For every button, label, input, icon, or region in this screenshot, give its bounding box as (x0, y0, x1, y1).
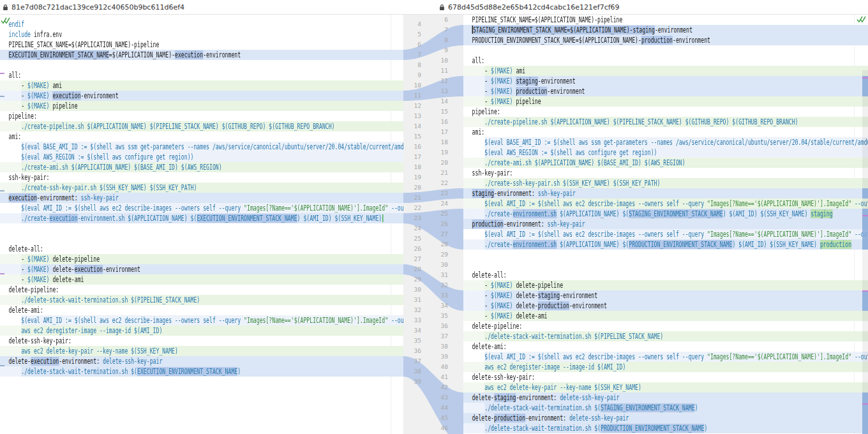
code-line[interactable]: ./delete-stack-wait-termination.sh $(PRO… (463, 423, 868, 433)
code-line[interactable]: all: (0, 70, 403, 80)
code-text: all: (0, 70, 403, 80)
code-line[interactable]: staging-environment: ssh-key-pair (463, 188, 868, 198)
code-token: "Images[?Name=='$(APPLICATION_NAME)'].Im… (707, 352, 851, 361)
code-line[interactable]: $(eval AMI_ID := $(shell aws ec2 describ… (463, 198, 868, 209)
code-line[interactable]: PIPELINE_STACK_NAME=$(APPLICATION_NAME)-… (463, 15, 868, 25)
code-line[interactable]: ./delete-stack-wait-termination.sh $(EXE… (0, 366, 403, 377)
line-number: 7 (403, 50, 421, 60)
code-line[interactable]: ./create-pipeline.sh $(APPLICATION_NAME)… (0, 121, 403, 131)
double-check-icon[interactable] (857, 15, 866, 24)
code-line[interactable]: delete-pipeline: (0, 285, 403, 295)
code-line[interactable]: delete-all: (463, 270, 868, 280)
left-diff-pane[interactable]: endifinclude infra.envPIPELINE_STACK_NAM… (0, 15, 403, 434)
code-line[interactable]: - $(MAKE) ami (0, 80, 403, 91)
code-text: - $(MAKE) delete-ami (463, 311, 868, 321)
code-token: -environment (569, 301, 607, 310)
code-token: - (472, 97, 491, 106)
code-line[interactable]: $(eval BASE_AMI_ID := $(shell aws ssm ge… (0, 142, 403, 152)
line-number: 32 (403, 305, 421, 315)
code-line[interactable]: - $(MAKE) delete-pipeline (0, 254, 403, 264)
code-line[interactable] (463, 45, 868, 56)
code-line[interactable]: delete-execution-environment: delete-ssh… (0, 356, 403, 366)
code-line[interactable]: - $(MAKE) delete-execution-environment (0, 264, 403, 274)
code-line[interactable]: ./create-ami.sh $(APPLICATION_NAME) $(BA… (463, 158, 868, 168)
code-line[interactable]: pipeline: (0, 111, 403, 121)
code-line[interactable]: - $(MAKE) delete-staging-environment (463, 290, 868, 301)
code-line[interactable]: - $(MAKE) pipeline (463, 96, 868, 107)
code-line[interactable]: $(eval AWS_REGION := $(shell aws configu… (463, 147, 868, 158)
word-diff-highlight: EXECUTION_ENVIRONMENT_STACK_NAME (197, 214, 297, 223)
code-line[interactable]: pipeline: (463, 107, 868, 117)
code-line[interactable]: - $(MAKE) delete-ami (463, 311, 868, 321)
code-line[interactable]: ./create-ssh-key-pair.sh $(SSH_KEY_NAME)… (0, 183, 403, 193)
code-line[interactable] (0, 377, 403, 387)
code-line[interactable]: $(eval AMI_ID := $(shell aws ec2 describ… (0, 315, 403, 326)
code-line[interactable] (0, 223, 403, 234)
code-line[interactable]: $(eval AMI_ID := $(shell aws ec2 describ… (0, 203, 403, 213)
code-line[interactable]: - $(MAKE) staging-environment (463, 76, 868, 86)
code-line[interactable]: delete-ssh-key-pair: (463, 372, 868, 382)
code-line[interactable]: delete-staging-environment: delete-ssh-k… (463, 393, 868, 403)
code-line[interactable]: $(eval AMI_ID := $(shell aws ec2 describ… (463, 352, 868, 362)
code-line[interactable]: ./create-ami.sh $(APPLICATION_NAME) $(BA… (0, 162, 403, 172)
code-text: ./delete-stack-wait-termination.sh $(EXE… (0, 366, 403, 377)
code-line[interactable]: all: (463, 56, 868, 66)
code-line[interactable] (0, 234, 403, 244)
code-line[interactable]: ssh-key-pair: (463, 168, 868, 178)
code-line[interactable]: - $(MAKE) delete-pipeline (463, 280, 868, 290)
code-token: $(MAKE) (491, 77, 513, 86)
code-line[interactable]: delete-ami: (0, 305, 403, 315)
code-line[interactable]: - $(MAKE) pipeline (0, 101, 403, 111)
code-line[interactable]: PIPELINE_STACK_NAME=$(APPLICATION_NAME)-… (0, 40, 403, 50)
code-line[interactable]: - $(MAKE) delete-production-environment (463, 301, 868, 311)
code-line[interactable]: ami: (463, 127, 868, 137)
code-line[interactable]: ./create-execution-environment.sh $(APPL… (0, 213, 403, 223)
code-line[interactable]: ./create-ssh-key-pair.sh $(SSH_KEY_NAME)… (463, 178, 868, 188)
code-line[interactable]: execution-environment: ssh-key-pair (0, 193, 403, 203)
code-line[interactable]: - $(MAKE) production-environment (463, 86, 868, 96)
code-line[interactable]: delete-pipeline: (463, 321, 868, 331)
code-line[interactable]: production-environment: ssh-key-pair (463, 219, 868, 229)
code-line[interactable]: ./delete-stack-wait-termination.sh $(STA… (463, 403, 868, 413)
code-line[interactable]: - $(MAKE) execution-environment (0, 91, 403, 101)
code-token (472, 424, 485, 433)
code-line[interactable]: ./create-environment.sh $(APPLICATION_NA… (463, 209, 868, 219)
code-line[interactable]: aws ec2 delete-key-pair --key-name $(SSH… (0, 346, 403, 356)
code-text: PIPELINE_STACK_NAME=$(APPLICATION_NAME)-… (463, 15, 868, 25)
code-line[interactable]: $(eval BASE_AMI_ID := $(shell aws ssm ge… (463, 137, 868, 147)
code-line[interactable] (463, 250, 868, 260)
code-token: - (9, 91, 27, 100)
code-line[interactable]: endif (0, 19, 403, 29)
code-line[interactable]: ssh-key-pair: (0, 172, 403, 183)
code-line[interactable]: ./create-environment.sh $(APPLICATION_NA… (463, 239, 868, 250)
double-check-icon[interactable] (1, 17, 10, 25)
code-line[interactable]: - $(MAKE) delete-ami (0, 274, 403, 285)
scrollbar-overview-ruler[interactable] (862, 70, 868, 434)
code-line[interactable]: ./delete-stack-wait-termination.sh $(PIP… (463, 331, 868, 341)
code-line[interactable] (0, 60, 403, 70)
code-line[interactable]: delete-all: (0, 244, 403, 254)
code-line[interactable]: - $(MAKE) ami (463, 66, 868, 76)
code-line[interactable]: $(eval AMI_ID := $(shell aws ec2 describ… (463, 229, 868, 239)
code-line[interactable]: delete-ami: (463, 341, 868, 352)
code-token: ssh-key-pair (535, 189, 576, 198)
code-text: delete-all: (463, 270, 868, 280)
line-number: 28 (403, 264, 421, 274)
code-line[interactable]: $(eval AWS_REGION := $(shell aws configu… (0, 152, 403, 162)
code-line[interactable]: aws ec2 deregister-image --image-id $(AM… (463, 362, 868, 372)
code-line[interactable]: STAGING_ENVIRONMENT_STACK_NAME=$(APPLICA… (463, 25, 868, 35)
right-diff-pane[interactable]: PIPELINE_STACK_NAME=$(APPLICATION_NAME)-… (463, 15, 868, 434)
code-line[interactable]: ./create-pipeline.sh $(APPLICATION_NAME)… (463, 117, 868, 127)
code-line[interactable]: ami: (0, 131, 403, 142)
code-line[interactable]: aws ec2 deregister-image --image-id $(AM… (0, 326, 403, 336)
code-token: ssh-key-pair (78, 193, 119, 202)
code-line[interactable]: delete-production-environment: delete-ss… (463, 413, 868, 423)
code-line[interactable]: include infra.env (0, 29, 403, 40)
code-token (472, 199, 485, 208)
code-line[interactable]: delete-ssh-key-pair: (0, 336, 403, 346)
code-line[interactable]: PRODUCTION_ENVIRONMENT_STACK_NAME=$(APPL… (463, 35, 868, 45)
code-line[interactable]: aws ec2 delete-key-pair --key-name $(SSH… (463, 382, 868, 393)
code-line[interactable]: ./delete-stack-wait-termination.sh $(PIP… (0, 295, 403, 305)
code-line[interactable]: EXECUTION_ENVIRONMENT_STACK_NAME=$(APPLI… (0, 50, 403, 60)
code-line[interactable] (463, 260, 868, 270)
